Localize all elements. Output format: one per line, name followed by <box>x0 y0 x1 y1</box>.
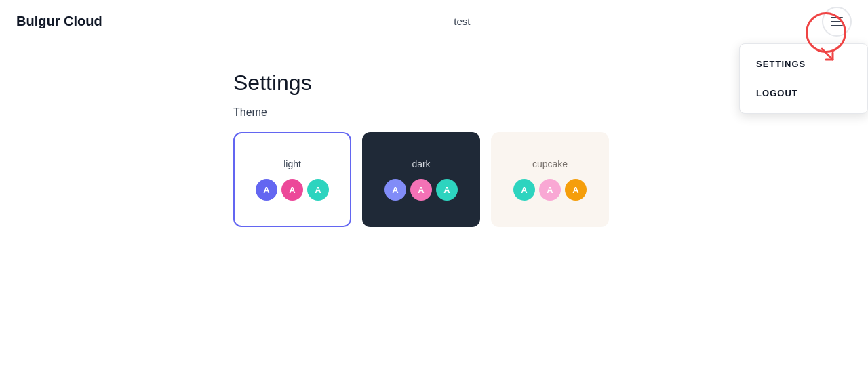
theme-swatches-dark: A A A <box>384 179 458 201</box>
hamburger-line-2 <box>831 21 843 22</box>
swatch-cupcake-secondary: A <box>539 179 561 201</box>
theme-card-cupcake-name: cupcake <box>532 159 568 169</box>
theme-card-light[interactable]: light A A A <box>233 132 351 227</box>
hamburger-line-1 <box>831 17 843 18</box>
theme-cards: light A A A dark A A A cupcake A A A <box>233 132 868 227</box>
swatch-dark-secondary: A <box>410 179 432 201</box>
swatch-cupcake-accent: A <box>565 179 587 201</box>
dropdown-menu: SETTINGS LOGOUT <box>739 43 868 114</box>
swatch-light-accent: A <box>307 179 329 201</box>
username-display: test <box>454 16 470 27</box>
main-content: Settings Theme light A A A dark A A A cu… <box>0 43 868 227</box>
hamburger-line-3 <box>831 25 843 26</box>
theme-card-dark[interactable]: dark A A A <box>362 132 480 227</box>
navbar-right <box>822 7 852 37</box>
theme-card-light-name: light <box>283 159 301 169</box>
theme-swatches-cupcake: A A A <box>513 179 587 201</box>
swatch-light-primary: A <box>256 179 277 201</box>
dropdown-item-logout[interactable]: LOGOUT <box>740 79 867 108</box>
swatch-dark-primary: A <box>384 179 406 201</box>
theme-card-cupcake[interactable]: cupcake A A A <box>491 132 609 227</box>
menu-button[interactable] <box>822 7 852 37</box>
swatch-light-secondary: A <box>281 179 303 201</box>
theme-swatches-light: A A A <box>256 179 329 201</box>
brand-logo: Bulgur Cloud <box>16 14 102 29</box>
navbar: Bulgur Cloud test <box>0 0 868 43</box>
swatch-dark-accent: A <box>436 179 458 201</box>
theme-card-dark-name: dark <box>412 159 430 169</box>
dropdown-item-settings[interactable]: SETTINGS <box>740 49 867 79</box>
swatch-cupcake-primary: A <box>513 179 535 201</box>
